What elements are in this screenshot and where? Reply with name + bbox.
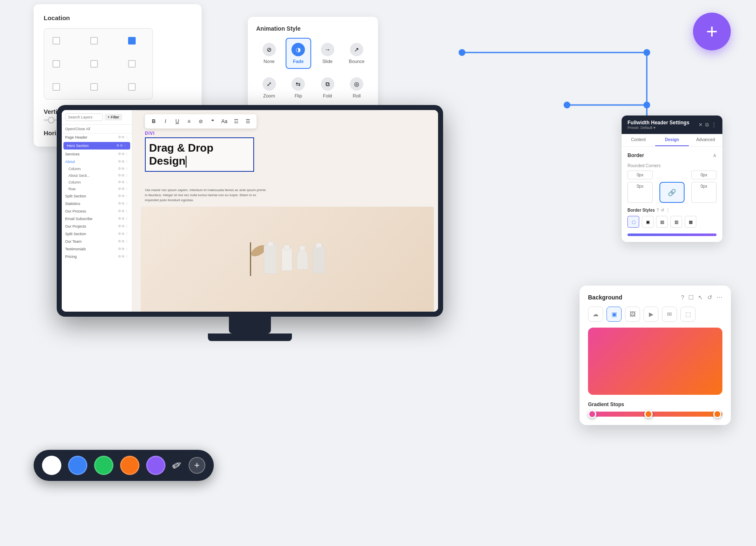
anim-bounce[interactable]: ↗ Bounce — [344, 38, 370, 69]
corner-bottom-right[interactable]: 0px — [691, 182, 717, 203]
add-color-button[interactable]: + — [189, 457, 205, 474]
border-style-double[interactable]: ▥ — [670, 216, 682, 228]
location-dot-tl[interactable] — [52, 37, 60, 45]
bg-type-mask[interactable]: ✉ — [662, 307, 677, 322]
corner-top-right[interactable]: 0px — [691, 171, 717, 179]
list-button[interactable]: ☰ — [243, 117, 252, 126]
corner-top-left[interactable]: 0px — [627, 171, 653, 179]
location-dot-mm[interactable] — [90, 60, 98, 68]
bg-type-color[interactable]: ☁ — [588, 307, 603, 322]
search-input[interactable] — [65, 113, 103, 121]
corner-center-wrapper: 🔗 — [655, 182, 689, 203]
settings-accent-bar — [627, 234, 717, 236]
anim-zoom[interactable]: ⤢ Zoom — [256, 72, 282, 103]
corner-link-icon[interactable]: 🔗 — [659, 182, 685, 203]
location-dot-tm[interactable] — [90, 37, 98, 45]
bold-button[interactable]: B — [149, 117, 158, 126]
layer-pricing[interactable]: Pricing ⚙ ⧉ ⋮ — [62, 253, 132, 260]
slider-thumb[interactable] — [48, 117, 55, 123]
color-swatch-green[interactable] — [94, 456, 113, 475]
location-dot-bl[interactable] — [52, 83, 60, 91]
layer-services[interactable]: Services ⚙ ⧉ ⋮ — [62, 150, 132, 158]
border-styles-more[interactable]: ⋮ — [666, 208, 670, 213]
fab-add-button[interactable]: + — [693, 13, 731, 50]
layer-our-projects[interactable]: Our Projects ⚙ ⧉ ⋮ — [62, 223, 132, 230]
tab-content[interactable]: Content — [622, 134, 655, 146]
anim-roll[interactable]: ◎ Roll — [344, 72, 370, 103]
tab-design[interactable]: Design — [655, 134, 689, 146]
filter-button[interactable]: + Filter — [105, 114, 122, 121]
anim-flip[interactable]: ⇆ Flip — [286, 72, 312, 103]
location-dot-br[interactable] — [128, 83, 136, 91]
border-style-dashed[interactable]: ▣ — [642, 216, 654, 228]
gradient-stop-orange[interactable] — [713, 410, 722, 418]
layer-row[interactable]: Row ⚙ ⧉ ⋮ — [62, 186, 132, 192]
location-dot-ml[interactable] — [52, 60, 60, 68]
layer-split-section-1[interactable]: Split Section ⚙ ⧉ ⋮ — [62, 192, 132, 200]
font-button[interactable]: Aa — [220, 117, 229, 126]
layer-column-2[interactable]: Column ⚙ ⧉ ⋮ — [62, 179, 132, 186]
location-dot-mr[interactable] — [128, 60, 136, 68]
bg-cursor-icon[interactable]: ↖ — [698, 294, 703, 301]
gradient-slider[interactable] — [588, 412, 722, 417]
bg-type-gradient[interactable]: ▣ — [606, 307, 622, 322]
anim-none[interactable]: ⊘ None — [256, 38, 282, 69]
layer-our-process[interactable]: Our Process ⚙ ⧉ ⋮ — [62, 207, 132, 215]
italic-button[interactable]: I — [161, 117, 170, 126]
underline-button[interactable]: U — [173, 117, 182, 126]
bg-mobile-icon[interactable]: ☐ — [688, 294, 694, 301]
svg-point-5 — [643, 49, 650, 56]
bg-type-pattern[interactable]: ⬚ — [680, 307, 696, 322]
bg-reset-icon[interactable]: ↺ — [707, 294, 712, 301]
color-button[interactable]: ☲ — [231, 117, 241, 126]
color-swatch-orange[interactable] — [120, 456, 139, 475]
color-swatch-blue[interactable] — [68, 456, 87, 475]
sidebar-open-close[interactable]: Open/Close All — [62, 125, 132, 134]
anim-fade[interactable]: ◑ Fade — [286, 38, 312, 69]
clear-button[interactable]: ⊘ — [196, 117, 205, 126]
anim-slide[interactable]: → Slide — [315, 38, 341, 69]
corner-bottom-left[interactable]: 0px — [627, 182, 653, 203]
location-dot-bm[interactable] — [90, 83, 98, 91]
align-button[interactable]: ≡ — [184, 117, 194, 126]
layer-our-team[interactable]: Our Team ⚙ ⧉ ⋮ — [62, 238, 132, 245]
border-style-dotted[interactable]: ▤ — [656, 216, 668, 228]
bg-type-video[interactable]: ▶ — [643, 307, 659, 322]
bg-more-icon[interactable]: ⋯ — [717, 294, 722, 301]
color-swatch-white[interactable] — [42, 456, 61, 475]
layer-page-header[interactable]: Page Header ⚙ ⧉ ⋮ — [62, 134, 132, 141]
settings-expand-icon[interactable]: ⧉ — [705, 122, 709, 128]
tab-advanced[interactable]: Advanced — [689, 134, 722, 146]
gradient-preview[interactable] — [588, 328, 722, 395]
border-styles-reset[interactable]: ↺ — [661, 208, 664, 213]
settings-more-icon[interactable]: ⋮ — [711, 122, 717, 128]
bg-type-image[interactable]: 🖼 — [625, 307, 640, 322]
border-styles-help[interactable]: ? — [656, 208, 659, 213]
location-dot-tr[interactable] — [128, 37, 136, 45]
gradient-stop-mid[interactable] — [644, 410, 653, 418]
layer-about[interactable]: About ⚙ ⧉ ⋮ — [62, 158, 132, 165]
border-styles-row: ▢ ▣ ▤ ▥ ▦ — [627, 216, 717, 228]
layer-column-1[interactable]: Column ⚙ ⧉ ⋮ — [62, 165, 132, 172]
editor-heading[interactable]: Drag & DropDesign — [145, 137, 254, 172]
layer-split-section-2[interactable]: Split Section ⚙ ⧉ ⋮ — [62, 230, 132, 238]
layer-hero-section[interactable]: Hero Section ⚙ ⧉ ⋮ — [63, 142, 130, 150]
gradient-stop-pink[interactable] — [588, 410, 596, 418]
flip-icon: ⇆ — [291, 77, 305, 91]
bg-help-icon[interactable]: ? — [681, 294, 684, 301]
layer-testimonials[interactable]: Testimonials ⚙ ⧉ ⋮ — [62, 245, 132, 253]
settings-close-icon[interactable]: ✕ — [698, 122, 703, 128]
border-style-solid[interactable]: ▢ — [627, 216, 639, 228]
layer-statistics[interactable]: Statistics ⚙ ⧉ ⋮ — [62, 200, 132, 207]
color-swatch-purple[interactable] — [146, 456, 165, 475]
quote-button[interactable]: ❝ — [208, 117, 217, 126]
location-grid[interactable] — [44, 28, 153, 100]
layer-about-section[interactable]: About Secti... ⚙ ⧉ ⋮ — [62, 172, 132, 179]
eyedropper-icon[interactable]: ✏ — [169, 457, 184, 474]
layer-email-subscribe[interactable]: Email Subscribe ⚙ ⧉ ⋮ — [62, 215, 132, 223]
anim-fold[interactable]: ⧉ Fold — [315, 72, 341, 103]
border-style-none[interactable]: ▦ — [685, 216, 696, 228]
border-toggle-icon[interactable]: ∧ — [713, 152, 717, 158]
fold-icon: ⧉ — [321, 77, 334, 91]
cosmetic-bottle-1 — [264, 244, 277, 274]
